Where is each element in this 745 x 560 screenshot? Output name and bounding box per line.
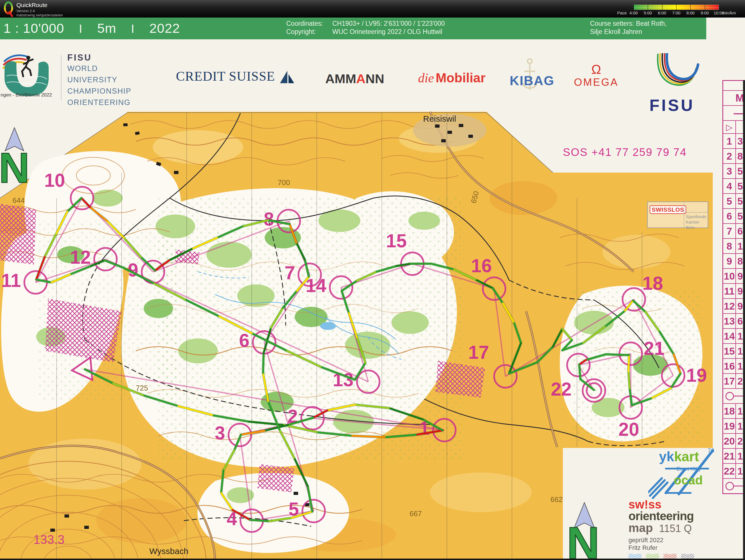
pace-tick-label: 8:00 [686,10,695,15]
course-setters-line2: Silje Ekroll Jahren [590,28,667,36]
control-table-row-20: 2020 [723,433,745,448]
pace-tick [648,4,648,10]
map-canvas[interactable]: 12345678910111213141516171819202122133.3… [0,40,745,560]
control-table-row-2: 28 [723,148,745,163]
map-checked: geprüft 2022 [628,536,699,544]
control-table-row-3: 35 [723,163,745,178]
omega-symbol: Ω [571,63,622,76]
app-title: QuickRoute [17,2,47,8]
control-number-18: 18 [642,273,663,294]
control-description-table: M—▷1328354555657681398109119129136141015… [722,80,745,494]
control-table-row-dash: — [723,105,745,120]
control-table-row-12: 129 [723,298,745,313]
ammann-accent: A [356,72,365,86]
event-caption: ngen - Biel/Bienne 2022 [1,92,52,98]
ykkart-kart: kart [674,449,699,464]
pace-tick [719,4,719,10]
control-table-row-15: 1511 [723,343,745,358]
control-table-row-7: 76 [723,223,745,238]
control-number-cell: 18 [723,404,736,418]
pace-tick [662,4,662,10]
pace-tick [705,4,705,10]
control-number-6: 6 [239,330,250,351]
control-number-20: 20 [619,419,639,440]
control-table-row-finishline [723,478,745,493]
somap-orienteering: orienteering [628,510,699,522]
control-number-cell: 8 [723,239,736,253]
north-letter: N [0,144,29,187]
coordinates-label: Coordinates: [286,20,332,28]
contour-elevation-label: 667 [410,509,422,518]
omega-wordmark: OMEGA [571,76,622,88]
pace-tick-label: 9:00 [701,10,709,15]
finish-circle-icon [725,482,734,490]
control-number-22: 22 [551,379,572,400]
pace-label: Pace [617,10,627,15]
control-table-row-14: 1410 [723,328,745,343]
control-table-row-21: 2113 [723,448,745,463]
contour-elevation-label: 700 [278,178,290,187]
control-table-row-9: 98 [723,253,745,268]
control-table-row-5: 55 [723,193,745,208]
swisslos-logo: SWISSLOS [650,206,686,214]
sponsor-credit-suisse: CREDIT SUISSE [176,70,295,84]
control-number-12: 12 [70,247,91,268]
mapmaker-logo: ykkart 76 Ernst Kläy ocad [648,448,719,499]
control-number-21: 21 [644,338,665,359]
control-number-cell: 14 [723,329,736,343]
coordinates-value: CH1903+ / LV95: 2'631'000 / 1'223'000 [332,20,445,27]
control-number-10: 10 [44,170,65,191]
control-table-row-19: 1913 [723,418,745,433]
control-table-row-11: 119 [723,283,745,298]
sheet-edge [743,80,745,560]
ykkart-number: 76 [708,447,714,454]
control-number-cell: 9 [723,254,736,268]
control-number-17: 17 [468,342,489,363]
control-number-11: 11 [1,270,21,291]
pace-ticks [634,4,719,10]
control-table-row-8: 813 [723,238,745,253]
event-logo-icon [2,53,50,96]
pace-tick [634,4,634,10]
contour-elevation-label: 644 [12,196,25,205]
control-table-row-1: 13 [723,133,745,148]
credit-suisse-sail-icon [279,70,295,84]
sos-phone: SOS +41 77 259 79 74 [563,146,687,158]
sponsor-ammann: AMMANN [325,72,384,86]
north-letter: N [567,518,600,560]
map-certification: sw!ss orienteering map1151 Q geprüft 202… [628,499,699,560]
control-number-cell: 1 [723,134,736,148]
ammann-part2: NN [365,72,384,86]
control-number-cell: 13 [723,314,736,328]
event-title-line: UNIVERSITY [67,74,132,86]
control-number-cell: 17 [723,374,736,388]
control-number-cell: 5 [723,194,736,208]
start-triangle-icon: ▷ [726,122,733,132]
map-scale-text: 1 : 10'000 I 5m I 2022 [3,20,180,36]
event-title-line: ORIENTEERING [67,97,132,108]
control-number-cell: 15 [723,344,736,358]
control-table-row-blank [723,81,745,90]
copyright-label: Copyright: [286,28,332,36]
swisslos-divider [684,212,708,213]
pace-legend: Pace 4:005:006:007:008:009:0010:00 min/k… [617,1,742,17]
mapmaker-name: Ernst Kläy [677,466,701,472]
route-segment [606,354,629,355]
control-number-16: 16 [471,255,492,276]
fisu-logo-icon [652,53,704,94]
north-arrow: N [566,501,606,560]
somap-swiss: sw!ss [628,499,699,510]
sponsor-divider [61,55,61,100]
map-code: 1151 Q [659,523,691,534]
ocad-wordmark: ocad [674,473,703,487]
control-number-cell: 12 [723,299,736,313]
route-segment [628,355,629,371]
contour-elevation-label: 725 [136,384,148,392]
pace-tick-label: 4:00 [629,10,638,15]
control-number-3: 3 [215,423,225,443]
control-number-cell: 22 [723,464,736,478]
fisu-wordmark: FISU [649,96,695,115]
finish-circle-icon [725,392,734,400]
control-table-row-13: 136 [723,313,745,328]
sponsor-kibag: KIBAG [510,73,554,88]
